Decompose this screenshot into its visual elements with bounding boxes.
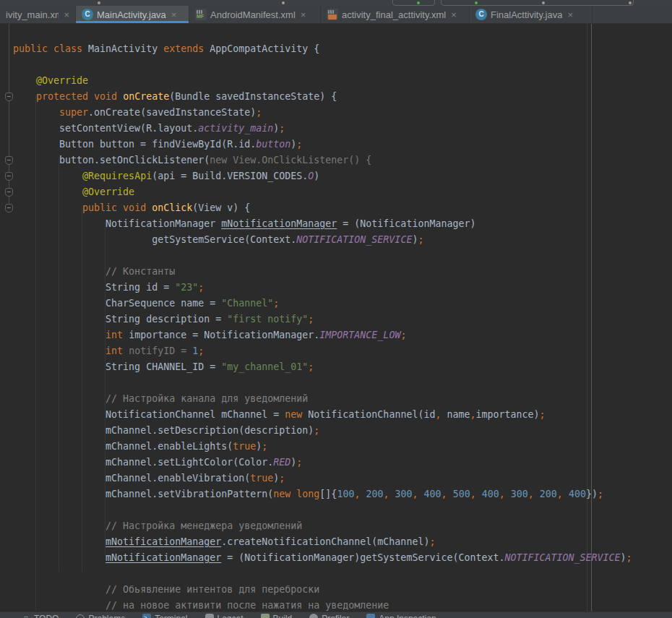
close-icon[interactable]: × bbox=[64, 10, 69, 20]
close-icon[interactable]: × bbox=[451, 10, 457, 20]
code-line[interactable]: public void onClick(View v) { bbox=[13, 200, 672, 216]
tool-window-button-profiler[interactable]: Profiler bbox=[309, 614, 349, 618]
tool-window-label: Build bbox=[273, 614, 293, 618]
java-class-icon: C bbox=[82, 9, 93, 20]
tab-label: MainActivity.java bbox=[97, 9, 166, 20]
editor-tabs: ivity_main.xml×CMainActivity.java×MFAndr… bbox=[0, 6, 672, 24]
fold-marker[interactable]: − bbox=[5, 156, 13, 165]
tool-window-label: Profiler bbox=[322, 614, 349, 618]
code-line[interactable]: NotificationChannel mChannel = new Notif… bbox=[13, 407, 672, 423]
code-line[interactable]: CharSequence name = "Channel"; bbox=[13, 296, 672, 312]
tool-window-button-terminal[interactable]: >_Terminal bbox=[142, 614, 187, 618]
code-line[interactable]: @Override bbox=[13, 184, 672, 200]
code-line[interactable]: getSystemService(Context.NOTIFICATION_SE… bbox=[13, 232, 672, 248]
tab-mainactivity-java[interactable]: CMainActivity.java× bbox=[76, 6, 189, 23]
code-line[interactable]: Button button = findViewById(R.id.button… bbox=[13, 137, 672, 153]
code-line[interactable]: @RequiresApi(api = Build.VERSION_CODES.O… bbox=[13, 168, 672, 184]
tool-window-bar: ≡TODOProblems>_TerminalLogcatBuildProfil… bbox=[0, 611, 672, 618]
code-line[interactable]: protected void onCreate(Bundle savedInst… bbox=[13, 89, 672, 105]
tool-window-label: App Inspection bbox=[379, 614, 436, 618]
code-line[interactable]: mChannel.setDescription(description); bbox=[13, 423, 672, 439]
tool-window-button-problems[interactable]: Problems bbox=[76, 614, 125, 618]
close-icon[interactable]: × bbox=[171, 10, 177, 20]
close-icon[interactable]: × bbox=[567, 10, 573, 20]
code-line[interactable]: int importance = NotificationManager.IMP… bbox=[13, 327, 672, 343]
build-icon bbox=[261, 614, 270, 618]
toolbar-button-group[interactable] bbox=[441, 0, 634, 6]
toolbar-icon[interactable] bbox=[282, 1, 285, 4]
code-line[interactable]: // Настройка менеджера уведомлений bbox=[13, 518, 672, 534]
code-line[interactable]: mNotificationManager = (NotificationMana… bbox=[13, 550, 672, 566]
tool-window-label: Logcat bbox=[217, 614, 244, 618]
toolbar-button-group[interactable] bbox=[392, 0, 435, 6]
code-line[interactable]: mChannel.setVibrationPattern(new long[]{… bbox=[13, 486, 672, 502]
tab-androidmanifest-xml[interactable]: MFAndroidManifest.xml× bbox=[189, 6, 321, 23]
code-line[interactable]: NotificationManager mNotificationManager… bbox=[13, 216, 672, 232]
fold-marker[interactable]: − bbox=[5, 188, 13, 197]
code-line[interactable]: mChannel.setLightColor(Color.RED); bbox=[13, 455, 672, 471]
tool-window-label: Problems bbox=[88, 614, 125, 618]
code-line[interactable] bbox=[13, 566, 672, 582]
appinsp-icon bbox=[366, 614, 375, 618]
code-line[interactable] bbox=[13, 375, 672, 391]
gutter-fold-line bbox=[9, 24, 9, 209]
tool-window-button-logcat[interactable]: Logcat bbox=[205, 614, 244, 618]
code-editor[interactable]: public class MainActivity extends AppCom… bbox=[0, 24, 672, 611]
tab-label: FinalActtivity.java bbox=[491, 9, 562, 20]
code-line[interactable] bbox=[13, 57, 672, 73]
xml-layout-icon bbox=[327, 9, 338, 20]
java-class-icon: C bbox=[475, 9, 487, 20]
code-line[interactable]: public class MainActivity extends AppCom… bbox=[13, 41, 672, 57]
manifest-icon: MF bbox=[195, 9, 207, 20]
code-line[interactable]: // Обьявление интентов для переброски bbox=[13, 582, 672, 598]
problems-icon bbox=[76, 614, 85, 618]
fold-marker[interactable]: − bbox=[5, 172, 13, 181]
toolbar-icon[interactable] bbox=[542, 1, 545, 4]
toolbar-icon[interactable] bbox=[629, 1, 632, 4]
toolbar-icon[interactable] bbox=[475, 1, 478, 4]
tool-window-button-todo[interactable]: ≡TODO bbox=[22, 614, 59, 618]
fold-marker[interactable]: − bbox=[5, 93, 13, 101]
code-area[interactable]: public class MainActivity extends AppCom… bbox=[13, 41, 672, 611]
code-line[interactable]: mChannel.enableVibration(true); bbox=[13, 471, 672, 486]
code-line[interactable]: // на новое активити после нажатия на ув… bbox=[13, 598, 672, 611]
code-line[interactable]: @Override bbox=[13, 73, 672, 89]
code-line[interactable]: String id = "23"; bbox=[13, 280, 672, 296]
code-line[interactable] bbox=[13, 248, 672, 264]
tab-label: AndroidManifest.xml bbox=[210, 9, 296, 20]
tab-finalacttivity-java[interactable]: CFinalActtivity.java× bbox=[470, 6, 593, 23]
close-icon[interactable]: × bbox=[301, 10, 306, 20]
tool-window-label: Terminal bbox=[155, 614, 187, 618]
code-line[interactable]: int notifyID = 1; bbox=[13, 343, 672, 359]
tab-label: ivity_main.xml bbox=[6, 9, 59, 20]
todo-icon: ≡ bbox=[22, 614, 30, 618]
tool-window-button-app-inspection[interactable]: App Inspection bbox=[366, 614, 436, 618]
code-line[interactable]: // Настройка канала для уведомлений bbox=[13, 391, 672, 407]
toolbar-icon[interactable] bbox=[417, 1, 420, 4]
tab-activity-final-acttivity-xml[interactable]: activity_final_acttivity.xml× bbox=[321, 6, 470, 23]
fold-marker[interactable]: − bbox=[5, 204, 13, 213]
code-line[interactable]: // Константы bbox=[13, 264, 672, 280]
logcat-icon bbox=[205, 614, 214, 618]
code-line[interactable]: super.onCreate(savedInstanceState); bbox=[13, 105, 672, 121]
code-line[interactable]: mNotificationManager.createNotificationC… bbox=[13, 534, 672, 550]
tab-label: activity_final_acttivity.xml bbox=[342, 9, 446, 20]
code-line[interactable]: setContentView(R.layout.activity_main); bbox=[13, 121, 672, 137]
terminal-icon: >_ bbox=[142, 614, 151, 618]
tool-window-label: TODO bbox=[34, 614, 59, 618]
tool-window-button-build[interactable]: Build bbox=[261, 614, 293, 618]
tab-ivity-main-xml[interactable]: ivity_main.xml× bbox=[0, 6, 76, 23]
code-line[interactable]: String CHANNEL_ID = "my_channel_01"; bbox=[13, 359, 672, 375]
toolbar-icon[interactable] bbox=[98, 1, 100, 4]
code-line[interactable] bbox=[13, 502, 672, 518]
code-line[interactable]: mChannel.enableLights(true); bbox=[13, 439, 672, 455]
profiler-icon bbox=[309, 614, 318, 618]
code-line[interactable]: button.setOnClickListener(new View.OnCli… bbox=[13, 153, 672, 168]
code-line[interactable]: String description = "first notify"; bbox=[13, 312, 672, 327]
